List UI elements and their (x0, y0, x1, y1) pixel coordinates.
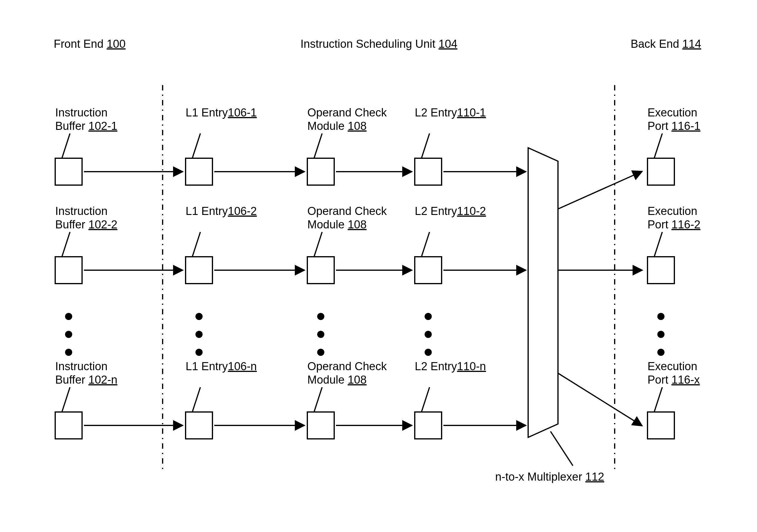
ellipsis-dot (425, 331, 432, 338)
mux-leader (551, 431, 573, 466)
diagram: Front End 100 Instruction Scheduling Uni… (0, 0, 757, 532)
ellipsis-dot (657, 313, 664, 320)
l2e-box (415, 257, 441, 284)
l1e-box (186, 257, 212, 284)
oc-box (307, 257, 334, 284)
l1e-leader (193, 232, 200, 257)
section-backend-title: Back End 114 (630, 38, 701, 50)
l1e-leader (193, 387, 200, 412)
section-scheduler-title: Instruction Scheduling Unit 104 (300, 38, 457, 50)
l1e-label: L1 Entry106-1 (186, 106, 257, 119)
oc-label: Operand CheckModule 108 (307, 360, 387, 386)
mux-out-1 (558, 172, 642, 209)
ellipsis-dot (657, 349, 664, 356)
ellipsis-dot (425, 313, 432, 320)
ellipsis-dot (65, 349, 72, 356)
ib-box (55, 257, 82, 284)
ellipsis-dot (317, 349, 324, 356)
l1e-label: L1 Entry106-2 (186, 205, 257, 217)
ib-label: InstructionBuffer 102-1 (55, 106, 117, 132)
ib-leader (62, 232, 70, 257)
ellipsis-dot (196, 349, 202, 356)
l2e-box (415, 412, 441, 439)
l2e-leader (422, 134, 430, 158)
l1e-box (186, 412, 212, 439)
l1e-label: L1 Entry106-n (186, 360, 257, 373)
oc-leader (314, 387, 322, 412)
oc-leader (314, 232, 322, 257)
ellipsis-dot (65, 313, 72, 320)
ep-label: ExecutionPort 116-2 (648, 205, 700, 231)
ib-leader (62, 387, 70, 412)
oc-label: Operand CheckModule 108 (307, 106, 387, 132)
ep-leader (654, 387, 662, 412)
oc-box (307, 158, 334, 185)
l2e-label: L2 Entry110-n (415, 360, 486, 373)
mux-out-n (558, 373, 642, 425)
oc-label: Operand CheckModule 108 (307, 205, 387, 231)
oc-leader (314, 134, 322, 158)
l2e-leader (422, 387, 430, 412)
ellipsis-dot (196, 331, 202, 338)
ellipsis-dot (317, 331, 324, 338)
l1e-box (186, 158, 212, 185)
ib-label: InstructionBuffer 102-2 (55, 205, 117, 231)
ellipsis-dot (317, 313, 324, 320)
ep-label: ExecutionPort 116-1 (648, 106, 700, 132)
ellipsis-dot (196, 313, 202, 320)
ep-box (648, 158, 674, 185)
ep-leader (654, 134, 662, 158)
oc-box (307, 412, 334, 439)
ib-box (55, 158, 82, 185)
mux-label: n-to-x Multiplexer 112 (495, 471, 604, 483)
ib-label: InstructionBuffer 102-n (55, 360, 117, 386)
l2e-label: L2 Entry110-1 (415, 106, 486, 119)
l2e-box (415, 158, 441, 185)
ellipsis-dot (425, 349, 432, 356)
ep-box (648, 257, 674, 284)
ellipsis-dot (657, 331, 664, 338)
multiplexer (528, 148, 558, 437)
ellipsis-dot (65, 331, 72, 338)
ep-box (648, 412, 674, 439)
ep-leader (654, 232, 662, 257)
ep-label: ExecutionPort 116-x (648, 360, 700, 386)
l1e-leader (193, 134, 200, 158)
section-frontend-title: Front End 100 (54, 38, 126, 50)
ib-box (55, 412, 82, 439)
l2e-leader (422, 232, 430, 257)
l2e-label: L2 Entry110-2 (415, 205, 486, 217)
ib-leader (62, 134, 70, 158)
